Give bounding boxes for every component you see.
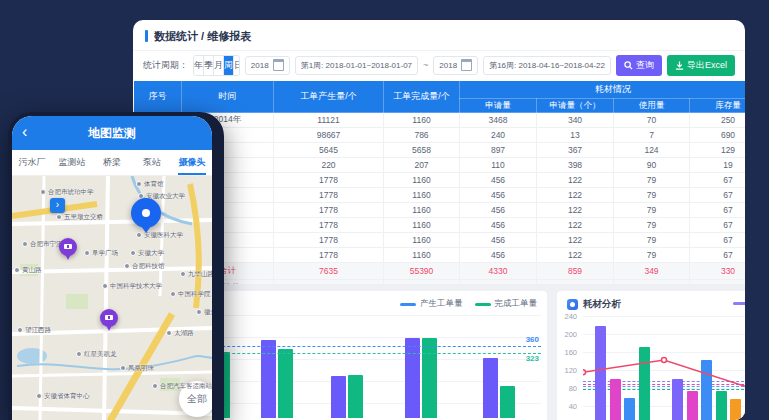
table-cell: 79	[614, 203, 690, 218]
table-cell: 1778	[274, 248, 384, 263]
table-cell: 456	[460, 233, 537, 248]
start-year-select[interactable]: 2018	[245, 56, 290, 75]
col-header-sub-2: 申请量（个）	[537, 99, 614, 113]
table-cell: 79	[614, 188, 690, 203]
map-poi-label: 合肥市琥珀中学	[40, 188, 94, 196]
table-cell: 98667	[274, 128, 384, 143]
workorder-bar	[422, 338, 437, 418]
period-segment: 年季月周日	[193, 55, 240, 76]
map-poi-label: 徽州大道	[196, 308, 212, 316]
table-row: 298667786240137690	[134, 128, 746, 143]
phone-tab-污水厂[interactable]: 污水厂	[12, 150, 52, 175]
download-icon	[675, 61, 684, 70]
table-cell: 110	[460, 158, 537, 173]
y-axis-tick: 80	[557, 384, 577, 393]
col-header-time: 时间	[182, 81, 274, 113]
table-row: 7177811604561227967	[134, 203, 746, 218]
table-row: 10177811604561227967	[134, 248, 746, 263]
table-cell: 240	[460, 128, 537, 143]
table-cell: 330	[690, 263, 746, 280]
workorder-bar	[261, 340, 276, 418]
filter-toolbar: 统计周期： 年季月周日 2018 第1周: 2018-01-01~2018-01…	[133, 51, 745, 79]
map-expand-icon[interactable]: ›	[50, 198, 65, 213]
query-button[interactable]: 查询	[616, 55, 662, 76]
report-table-body: 12014年1112111603468340702502986677862401…	[134, 113, 746, 297]
back-icon[interactable]: ‹	[22, 122, 27, 142]
end-week-input[interactable]: 第16周: 2018-04-16~2018-04-22	[483, 56, 611, 75]
table-cell: 786	[384, 128, 460, 143]
table-cell: 1778	[274, 233, 384, 248]
y-axis-tick: 200	[557, 330, 577, 339]
camera-marker-icon[interactable]	[100, 309, 118, 327]
table-cell: 456	[460, 218, 537, 233]
y-axis-tick: 40	[557, 402, 577, 411]
workorder-bar	[405, 338, 420, 418]
map-poi-label: 中国科学技术大学	[102, 282, 162, 290]
start-week-input[interactable]: 第1周: 2018-01-01~2018-01-07	[295, 56, 418, 75]
workorder-bar	[348, 375, 363, 418]
table-cell: 67	[690, 188, 746, 203]
table-row: 356455658897367124129	[134, 143, 746, 158]
table-cell: 1160	[384, 218, 460, 233]
phone-tab-桥梁[interactable]: 桥梁	[92, 150, 132, 175]
table-cell: 690	[690, 128, 746, 143]
phone-tab-摄像头[interactable]: 摄像头	[172, 150, 212, 175]
phone-tab-bar: 污水厂监测站桥梁泵站摄像头	[12, 150, 212, 176]
table-cell: 55390	[384, 263, 460, 280]
export-excel-button[interactable]: 导出Excel	[667, 55, 735, 76]
table-cell: 67	[690, 218, 746, 233]
phone-tab-泵站[interactable]: 泵站	[132, 150, 172, 175]
start-week-value: 第1周: 2018-01-01~2018-01-07	[301, 60, 412, 71]
workorder-bar	[278, 349, 293, 418]
table-cell: 79	[614, 248, 690, 263]
phone-header: ‹ 地图监测	[12, 116, 212, 150]
period-option-季[interactable]: 季	[204, 56, 214, 75]
table-cell: 897	[460, 143, 537, 158]
table-cell: 122	[537, 233, 614, 248]
selected-camera-marker-icon[interactable]	[131, 198, 161, 228]
legend-item-created[interactable]: 产生工单量	[400, 298, 463, 310]
table-cell: 90	[614, 158, 690, 173]
period-option-周[interactable]: 周	[224, 56, 234, 75]
period-option-日[interactable]: 日	[234, 56, 240, 75]
legend-label-completed: 完成工单量	[495, 298, 538, 310]
map-poi-label: 望江西路	[17, 326, 51, 334]
table-cell: 122	[537, 203, 614, 218]
table-cell: 220	[274, 158, 384, 173]
table-cell: 122	[537, 248, 614, 263]
table-cell: 456	[460, 173, 537, 188]
map-poi-label: 五里墩立交桥	[56, 213, 103, 221]
workorder-bar	[483, 358, 498, 418]
table-cell: 13	[537, 128, 614, 143]
breadcrumb: 数据统计 / 维修报表	[133, 20, 745, 51]
phone-screen: ‹ 地图监测 污水厂监测站桥梁泵站摄像头	[12, 116, 212, 420]
camera-marker-icon[interactable]	[59, 238, 77, 256]
phone-tab-监测站[interactable]: 监测站	[52, 150, 92, 175]
table-cell: 1778	[274, 218, 384, 233]
y-axis-tick: 240	[557, 312, 577, 321]
table-cell: 122	[537, 188, 614, 203]
table-cell: 79	[614, 233, 690, 248]
table-cell: 5645	[274, 143, 384, 158]
trend-line	[583, 291, 745, 420]
phone-mockup: ‹ 地图监测 污水厂监测站桥梁泵站摄像头	[8, 112, 224, 420]
period-option-月[interactable]: 月	[214, 56, 224, 75]
calendar-icon	[461, 59, 472, 71]
legend-item-completed[interactable]: 完成工单量	[475, 298, 538, 310]
table-row: 42202071103989019	[134, 158, 746, 173]
period-option-年[interactable]: 年	[194, 56, 204, 75]
table-cell: 456	[460, 188, 537, 203]
end-year-select[interactable]: 2018	[433, 56, 478, 75]
chart-icon	[567, 299, 578, 310]
table-cell: 1778	[274, 188, 384, 203]
report-table: 序号 时间 工单产生量/个 工单完成量/个 耗材情况 申请量 申请量（个） 使用…	[133, 80, 745, 297]
map-poi-label: 安徽大学	[130, 249, 164, 257]
table-cell: 124	[614, 143, 690, 158]
table-cell: 129	[690, 143, 746, 158]
table-cell: 1160	[384, 203, 460, 218]
map-view[interactable]: › 全部 合肥市琥珀中学体育馆安徽农业大学五里墩立交桥安徽医科大学合肥市宁溪小学…	[12, 176, 212, 420]
col-header-sub-1: 申请量	[460, 99, 537, 113]
legend-swatch-completed	[475, 303, 491, 306]
table-cell: 67	[690, 233, 746, 248]
table-cell: 122	[537, 173, 614, 188]
